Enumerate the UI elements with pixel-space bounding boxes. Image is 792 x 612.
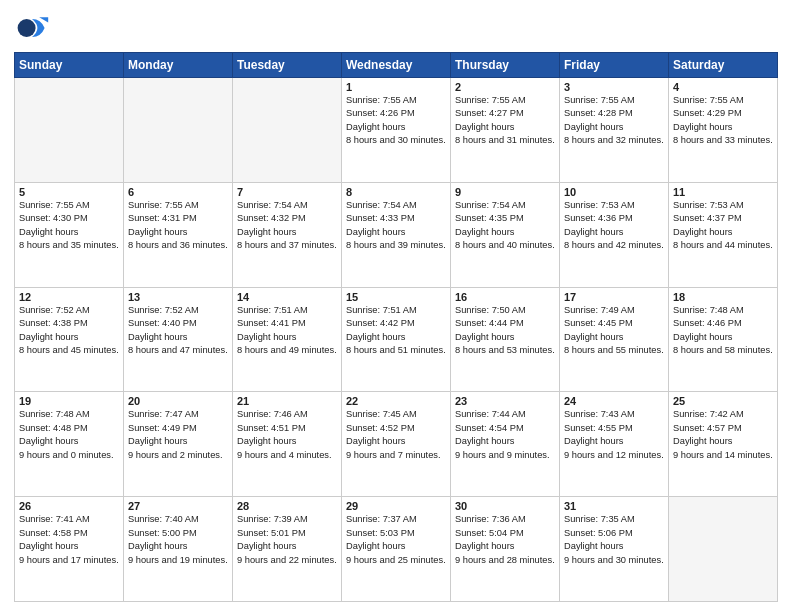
calendar-cell: 3Sunrise: 7:55 AMSunset: 4:28 PMDaylight… [560, 78, 669, 183]
day-info: Sunrise: 7:54 AMSunset: 4:32 PMDaylight … [237, 199, 337, 253]
day-info: Sunrise: 7:40 AMSunset: 5:00 PMDaylight … [128, 513, 228, 567]
day-number: 28 [237, 500, 337, 512]
svg-marker-1 [39, 17, 48, 22]
calendar-cell: 15Sunrise: 7:51 AMSunset: 4:42 PMDayligh… [342, 287, 451, 392]
day-info: Sunrise: 7:36 AMSunset: 5:04 PMDaylight … [455, 513, 555, 567]
day-info: Sunrise: 7:50 AMSunset: 4:44 PMDaylight … [455, 304, 555, 358]
day-info: Sunrise: 7:52 AMSunset: 4:40 PMDaylight … [128, 304, 228, 358]
day-number: 5 [19, 186, 119, 198]
calendar-week-row: 1Sunrise: 7:55 AMSunset: 4:26 PMDaylight… [15, 78, 778, 183]
day-info: Sunrise: 7:51 AMSunset: 4:42 PMDaylight … [346, 304, 446, 358]
day-info: Sunrise: 7:45 AMSunset: 4:52 PMDaylight … [346, 408, 446, 462]
calendar-week-row: 12Sunrise: 7:52 AMSunset: 4:38 PMDayligh… [15, 287, 778, 392]
calendar-header-row: SundayMondayTuesdayWednesdayThursdayFrid… [15, 53, 778, 78]
calendar-cell [124, 78, 233, 183]
calendar-table: SundayMondayTuesdayWednesdayThursdayFrid… [14, 52, 778, 602]
calendar-cell: 30Sunrise: 7:36 AMSunset: 5:04 PMDayligh… [451, 497, 560, 602]
weekday-header-thursday: Thursday [451, 53, 560, 78]
day-info: Sunrise: 7:55 AMSunset: 4:29 PMDaylight … [673, 94, 773, 148]
calendar-cell: 13Sunrise: 7:52 AMSunset: 4:40 PMDayligh… [124, 287, 233, 392]
calendar-cell: 4Sunrise: 7:55 AMSunset: 4:29 PMDaylight… [669, 78, 778, 183]
day-number: 1 [346, 81, 446, 93]
calendar-cell [669, 497, 778, 602]
calendar-cell: 24Sunrise: 7:43 AMSunset: 4:55 PMDayligh… [560, 392, 669, 497]
day-info: Sunrise: 7:48 AMSunset: 4:46 PMDaylight … [673, 304, 773, 358]
day-number: 23 [455, 395, 555, 407]
day-info: Sunrise: 7:46 AMSunset: 4:51 PMDaylight … [237, 408, 337, 462]
calendar-cell: 21Sunrise: 7:46 AMSunset: 4:51 PMDayligh… [233, 392, 342, 497]
weekday-header-tuesday: Tuesday [233, 53, 342, 78]
logo-icon [14, 10, 50, 46]
page: SundayMondayTuesdayWednesdayThursdayFrid… [0, 0, 792, 612]
day-number: 26 [19, 500, 119, 512]
calendar-cell [15, 78, 124, 183]
day-info: Sunrise: 7:54 AMSunset: 4:35 PMDaylight … [455, 199, 555, 253]
weekday-header-monday: Monday [124, 53, 233, 78]
calendar-cell: 22Sunrise: 7:45 AMSunset: 4:52 PMDayligh… [342, 392, 451, 497]
calendar-cell: 16Sunrise: 7:50 AMSunset: 4:44 PMDayligh… [451, 287, 560, 392]
calendar-cell: 25Sunrise: 7:42 AMSunset: 4:57 PMDayligh… [669, 392, 778, 497]
calendar-cell: 1Sunrise: 7:55 AMSunset: 4:26 PMDaylight… [342, 78, 451, 183]
day-number: 21 [237, 395, 337, 407]
day-info: Sunrise: 7:55 AMSunset: 4:30 PMDaylight … [19, 199, 119, 253]
day-number: 2 [455, 81, 555, 93]
calendar-cell: 26Sunrise: 7:41 AMSunset: 4:58 PMDayligh… [15, 497, 124, 602]
calendar-week-row: 5Sunrise: 7:55 AMSunset: 4:30 PMDaylight… [15, 182, 778, 287]
day-number: 20 [128, 395, 228, 407]
day-info: Sunrise: 7:47 AMSunset: 4:49 PMDaylight … [128, 408, 228, 462]
day-number: 4 [673, 81, 773, 93]
day-info: Sunrise: 7:52 AMSunset: 4:38 PMDaylight … [19, 304, 119, 358]
day-info: Sunrise: 7:54 AMSunset: 4:33 PMDaylight … [346, 199, 446, 253]
day-info: Sunrise: 7:55 AMSunset: 4:31 PMDaylight … [128, 199, 228, 253]
calendar-cell: 20Sunrise: 7:47 AMSunset: 4:49 PMDayligh… [124, 392, 233, 497]
day-number: 17 [564, 291, 664, 303]
calendar-cell: 27Sunrise: 7:40 AMSunset: 5:00 PMDayligh… [124, 497, 233, 602]
calendar-cell: 9Sunrise: 7:54 AMSunset: 4:35 PMDaylight… [451, 182, 560, 287]
day-info: Sunrise: 7:53 AMSunset: 4:37 PMDaylight … [673, 199, 773, 253]
weekday-header-saturday: Saturday [669, 53, 778, 78]
calendar-cell: 12Sunrise: 7:52 AMSunset: 4:38 PMDayligh… [15, 287, 124, 392]
day-info: Sunrise: 7:43 AMSunset: 4:55 PMDaylight … [564, 408, 664, 462]
calendar-cell: 6Sunrise: 7:55 AMSunset: 4:31 PMDaylight… [124, 182, 233, 287]
calendar-cell: 29Sunrise: 7:37 AMSunset: 5:03 PMDayligh… [342, 497, 451, 602]
day-info: Sunrise: 7:55 AMSunset: 4:26 PMDaylight … [346, 94, 446, 148]
calendar-cell: 18Sunrise: 7:48 AMSunset: 4:46 PMDayligh… [669, 287, 778, 392]
calendar-cell: 14Sunrise: 7:51 AMSunset: 4:41 PMDayligh… [233, 287, 342, 392]
day-number: 29 [346, 500, 446, 512]
day-number: 22 [346, 395, 446, 407]
day-info: Sunrise: 7:49 AMSunset: 4:45 PMDaylight … [564, 304, 664, 358]
day-info: Sunrise: 7:39 AMSunset: 5:01 PMDaylight … [237, 513, 337, 567]
calendar-cell: 8Sunrise: 7:54 AMSunset: 4:33 PMDaylight… [342, 182, 451, 287]
day-number: 25 [673, 395, 773, 407]
day-info: Sunrise: 7:51 AMSunset: 4:41 PMDaylight … [237, 304, 337, 358]
weekday-header-friday: Friday [560, 53, 669, 78]
day-number: 15 [346, 291, 446, 303]
calendar-cell [233, 78, 342, 183]
calendar-cell: 31Sunrise: 7:35 AMSunset: 5:06 PMDayligh… [560, 497, 669, 602]
day-number: 31 [564, 500, 664, 512]
calendar-cell: 17Sunrise: 7:49 AMSunset: 4:45 PMDayligh… [560, 287, 669, 392]
day-info: Sunrise: 7:41 AMSunset: 4:58 PMDaylight … [19, 513, 119, 567]
day-number: 13 [128, 291, 228, 303]
calendar-cell: 19Sunrise: 7:48 AMSunset: 4:48 PMDayligh… [15, 392, 124, 497]
header [14, 10, 778, 46]
calendar-cell: 7Sunrise: 7:54 AMSunset: 4:32 PMDaylight… [233, 182, 342, 287]
day-info: Sunrise: 7:55 AMSunset: 4:27 PMDaylight … [455, 94, 555, 148]
calendar-cell: 28Sunrise: 7:39 AMSunset: 5:01 PMDayligh… [233, 497, 342, 602]
day-number: 3 [564, 81, 664, 93]
day-number: 18 [673, 291, 773, 303]
day-info: Sunrise: 7:55 AMSunset: 4:28 PMDaylight … [564, 94, 664, 148]
day-number: 19 [19, 395, 119, 407]
day-info: Sunrise: 7:35 AMSunset: 5:06 PMDaylight … [564, 513, 664, 567]
day-number: 12 [19, 291, 119, 303]
calendar-cell: 2Sunrise: 7:55 AMSunset: 4:27 PMDaylight… [451, 78, 560, 183]
day-info: Sunrise: 7:48 AMSunset: 4:48 PMDaylight … [19, 408, 119, 462]
svg-point-0 [18, 19, 36, 37]
day-number: 14 [237, 291, 337, 303]
calendar-cell: 23Sunrise: 7:44 AMSunset: 4:54 PMDayligh… [451, 392, 560, 497]
day-info: Sunrise: 7:44 AMSunset: 4:54 PMDaylight … [455, 408, 555, 462]
day-number: 9 [455, 186, 555, 198]
calendar-week-row: 19Sunrise: 7:48 AMSunset: 4:48 PMDayligh… [15, 392, 778, 497]
day-info: Sunrise: 7:42 AMSunset: 4:57 PMDaylight … [673, 408, 773, 462]
day-number: 6 [128, 186, 228, 198]
